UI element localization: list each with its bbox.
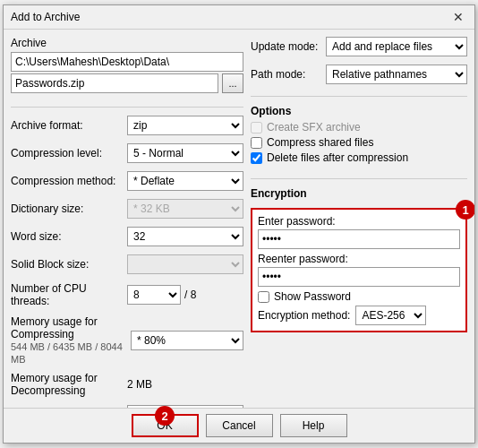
delete-after-row: Delete files after compression	[251, 151, 467, 164]
dialog-title: Add to Archive	[11, 11, 80, 23]
archive-filename-row: ...	[11, 73, 243, 93]
memory-compressing-select[interactable]: * 80%	[131, 331, 243, 350]
solid-block-size-label: Solid Block size:	[11, 258, 127, 271]
memory-decompressing-control: 2 MB	[127, 378, 243, 391]
solid-block-size-select[interactable]	[127, 254, 243, 274]
solid-block-size-control	[127, 254, 243, 274]
compress-shared-row: Compress shared files	[251, 136, 467, 149]
word-size-row: Word size: 32	[11, 227, 243, 246]
memory-compressing-row: Memory usage for Compressing 544 MB / 64…	[11, 315, 243, 366]
archive-format-control: zip 7z tar	[127, 116, 243, 135]
compression-method-select[interactable]: * Deflate	[127, 171, 243, 191]
close-button[interactable]: ✕	[449, 11, 467, 23]
enter-password-label: Enter password:	[258, 215, 460, 228]
encryption-method-select[interactable]: AES-256 ZipCrypto	[355, 306, 426, 325]
create-sfx-checkbox[interactable]	[251, 122, 262, 134]
path-mode-label: Path mode:	[251, 68, 322, 81]
delete-after-label: Delete files after compression	[267, 151, 408, 164]
show-password-row: Show Password	[258, 290, 460, 303]
create-sfx-row: Create SFX archive	[251, 121, 467, 134]
compression-method-row: Compression method: * Deflate	[11, 171, 243, 191]
create-sfx-label: Create SFX archive	[267, 121, 361, 134]
path-mode-select[interactable]: Relative pathnames	[326, 65, 467, 84]
right-panel: Update mode: Add and replace files Path …	[251, 37, 467, 401]
show-password-checkbox[interactable]	[258, 291, 269, 303]
reenter-password-input[interactable]	[258, 267, 460, 287]
memory-decompressing-label: Memory usage for Decompressing	[11, 372, 127, 397]
dialog-footer: OK 2 Cancel Help	[4, 408, 474, 443]
word-size-select[interactable]: 32	[127, 227, 243, 246]
archive-filename-input[interactable]	[11, 73, 218, 93]
archive-format-label: Archive format:	[11, 119, 127, 132]
cpu-threads-row: Number of CPU threads: 8 / 8	[11, 282, 243, 307]
dictionary-size-row: Dictionary size: * 32 KB	[11, 199, 243, 219]
update-mode-select[interactable]: Add and replace files	[326, 37, 467, 56]
cancel-button[interactable]: Cancel	[206, 414, 273, 437]
ok-badge: 2	[155, 406, 175, 426]
help-button[interactable]: Help	[280, 414, 347, 437]
cpu-threads-select[interactable]: 8	[127, 285, 181, 305]
memory-compressing-sublabel: 544 MB / 6435 MB / 8044 MB	[11, 341, 123, 365]
reenter-password-label: Reenter password:	[258, 253, 460, 265]
word-size-control: 32	[127, 227, 243, 246]
solid-block-size-row: Solid Block size:	[11, 254, 243, 274]
archive-path-display	[11, 52, 243, 72]
browse-button[interactable]: ...	[222, 73, 243, 93]
path-mode-row: Path mode: Relative pathnames	[251, 65, 467, 84]
compression-level-control: 5 - Normal	[127, 143, 243, 163]
compression-level-select[interactable]: 5 - Normal	[127, 143, 243, 163]
dictionary-size-control: * 32 KB	[127, 199, 243, 219]
memory-compressing-label: Memory usage for Compressing 544 MB / 64…	[11, 315, 127, 366]
archive-path-row	[11, 52, 243, 72]
dialog-body: Archive ... Archive format: zip 7z tar	[4, 30, 474, 408]
compress-shared-label: Compress shared files	[267, 136, 373, 149]
ok-button[interactable]: OK 2	[132, 414, 199, 437]
title-bar: Add to Archive ✕	[4, 5, 474, 30]
compression-method-control: * Deflate	[127, 171, 243, 191]
update-mode-row: Update mode: Add and replace files	[251, 37, 467, 56]
word-size-label: Word size:	[11, 230, 127, 243]
encryption-badge: 1	[456, 200, 474, 220]
archive-format-row: Archive format: zip 7z tar	[11, 116, 243, 135]
encryption-method-label: Encryption method:	[258, 309, 350, 322]
options-section-title: Options	[251, 105, 467, 117]
archive-format-select[interactable]: zip 7z tar	[127, 116, 243, 135]
encryption-section-label: Encryption	[251, 187, 467, 200]
cpu-threads-label: Number of CPU threads:	[11, 282, 127, 307]
cpu-threads-control: 8 / 8	[127, 285, 243, 305]
dictionary-size-select[interactable]: * 32 KB	[127, 199, 243, 219]
update-mode-label: Update mode:	[251, 40, 322, 53]
encryption-method-row: Encryption method: AES-256 ZipCrypto	[258, 306, 460, 325]
memory-compressing-control: * 80%	[131, 331, 243, 350]
delete-after-checkbox[interactable]	[251, 152, 262, 164]
enter-password-input[interactable]	[258, 229, 460, 249]
compression-level-label: Compression level:	[11, 147, 127, 159]
compression-level-row: Compression level: 5 - Normal	[11, 143, 243, 163]
encryption-box: 1 Enter password: Reenter password: Show…	[251, 208, 467, 332]
options-section: Options Create SFX archive Compress shar…	[251, 105, 467, 167]
cpu-threads-max: / 8	[184, 289, 196, 301]
memory-decompressing-value: 2 MB	[127, 378, 152, 391]
left-panel: Archive ... Archive format: zip 7z tar	[11, 37, 243, 401]
show-password-label: Show Password	[274, 290, 351, 303]
memory-decompressing-row: Memory usage for Decompressing 2 MB	[11, 372, 243, 397]
archive-section: Archive ...	[11, 37, 243, 99]
add-to-archive-dialog: Add to Archive ✕ Archive ... Archive for…	[3, 4, 475, 444]
dictionary-size-label: Dictionary size:	[11, 202, 127, 215]
compression-method-label: Compression method:	[11, 175, 127, 187]
compress-shared-checkbox[interactable]	[251, 137, 262, 149]
archive-label: Archive	[11, 37, 243, 49]
